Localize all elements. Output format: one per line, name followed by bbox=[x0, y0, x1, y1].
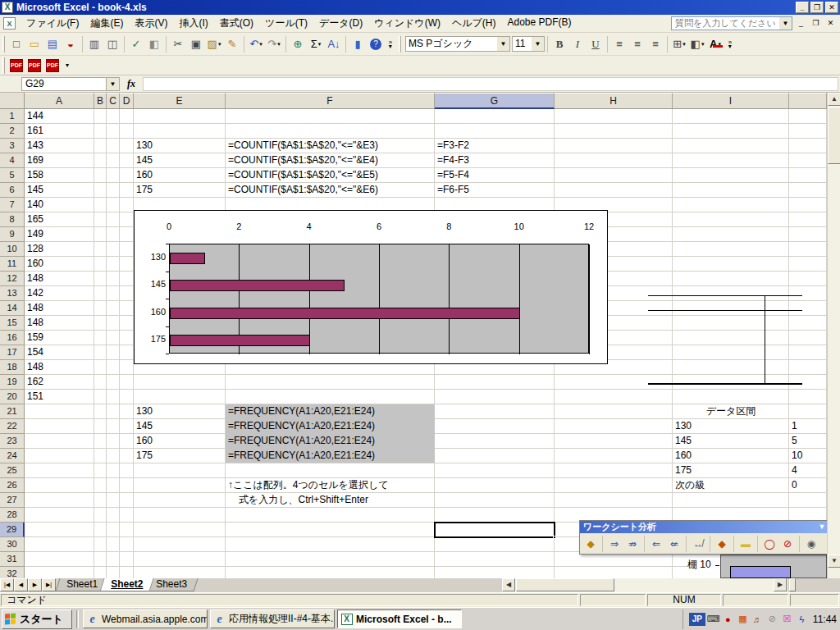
scroll-up-button[interactable]: ▲ bbox=[828, 93, 840, 106]
clear-validation-circles-button[interactable]: ⊘ bbox=[778, 535, 797, 553]
align-left-button[interactable]: ≡ bbox=[610, 35, 628, 53]
messenger-tray-icon[interactable]: ϟ bbox=[795, 613, 809, 626]
doc-close-button[interactable]: ✕ bbox=[824, 18, 837, 29]
trace-dependents-button[interactable]: ⇐ bbox=[647, 535, 665, 553]
menu-tools[interactable]: ツール(T) bbox=[259, 14, 313, 33]
keyboard-tray-icon[interactable]: ⌨ bbox=[706, 613, 720, 626]
hyperlink-button[interactable]: ⊕ bbox=[289, 35, 307, 53]
row-header-20[interactable]: 20 bbox=[0, 390, 25, 404]
minimize-button[interactable]: _ bbox=[796, 2, 809, 13]
tab-nav-next-button[interactable]: ▶ bbox=[28, 578, 42, 591]
menu-window[interactable]: ウィンドウ(W) bbox=[368, 14, 446, 33]
row-header-6[interactable]: 6 bbox=[0, 183, 25, 198]
name-box-dropdown-icon[interactable]: ▼ bbox=[107, 77, 120, 91]
row-header-9[interactable]: 9 bbox=[0, 227, 25, 242]
volume-tray-icon[interactable]: ♬ bbox=[751, 613, 765, 626]
column-header-partial[interactable] bbox=[789, 93, 827, 109]
help-button[interactable]: ? bbox=[367, 35, 385, 53]
error-check-button[interactable]: ◆ bbox=[713, 535, 731, 553]
cell-J23[interactable]: 5 bbox=[789, 434, 827, 449]
pdf-toolbar-chevron[interactable]: ▾ bbox=[62, 57, 73, 75]
cell-G4[interactable]: =F4-F3 bbox=[435, 153, 678, 168]
trace-precedents-button[interactable]: ⇒ bbox=[605, 535, 623, 553]
scroll-down-button[interactable]: ▼ bbox=[828, 555, 840, 568]
italic-button[interactable]: I bbox=[568, 35, 587, 53]
research-button[interactable]: ◧ bbox=[145, 35, 163, 53]
cell-J25[interactable]: 4 bbox=[789, 463, 827, 478]
taskbar-task-2[interactable]: e応用情報処理II-#4-基本... bbox=[210, 609, 335, 628]
scroll-left-button[interactable]: ◀ bbox=[502, 578, 515, 591]
insert-function-button[interactable]: fx bbox=[120, 78, 143, 90]
chart-bar-175[interactable] bbox=[170, 335, 310, 346]
vertical-scrollbar[interactable]: ▲ ▼ bbox=[827, 93, 840, 578]
select-all-corner[interactable] bbox=[0, 93, 25, 109]
print-preview-button[interactable]: ◫ bbox=[103, 35, 121, 53]
row-header-2[interactable]: 2 bbox=[0, 124, 25, 139]
horizontal-scrollbar[interactable]: ◀ ▶ bbox=[502, 578, 788, 592]
display-squares-tray-icon[interactable]: ▦ bbox=[736, 613, 750, 626]
cell-F27[interactable]: 式を入力し、Ctrl+Shift+Enter bbox=[226, 493, 558, 508]
chart-bar-130[interactable] bbox=[170, 253, 205, 264]
row-header-10[interactable]: 10 bbox=[0, 242, 25, 257]
cell-F22[interactable]: =FREQUENCY(A1:A20,E21:E24) bbox=[226, 419, 558, 434]
menu-format[interactable]: 書式(O) bbox=[214, 14, 259, 33]
scroll-right-button[interactable]: ▶ bbox=[774, 578, 787, 591]
font-name-dropdown-icon[interactable]: ▼ bbox=[497, 37, 509, 51]
row-header-8[interactable]: 8 bbox=[0, 212, 25, 227]
row-header-3[interactable]: 3 bbox=[0, 139, 25, 153]
close-button[interactable]: ✕ bbox=[825, 2, 838, 13]
chart-bar-160[interactable] bbox=[170, 308, 520, 319]
cell-G5[interactable]: =F5-F4 bbox=[435, 168, 678, 183]
toolbar-options-chevron[interactable]: »▾ bbox=[385, 35, 396, 53]
paste-dropdown-icon[interactable]: ▾ bbox=[218, 41, 221, 48]
print-button[interactable]: ▥ bbox=[85, 35, 103, 53]
formatting-options-chevron[interactable]: »▾ bbox=[724, 35, 736, 53]
paste-button[interactable]: ▨▾ bbox=[205, 35, 223, 53]
column-header-E[interactable]: E bbox=[134, 93, 226, 109]
toolbar-grip-2[interactable] bbox=[399, 36, 401, 52]
undo-dropdown-icon[interactable]: ▾ bbox=[259, 41, 262, 48]
autosum-dropdown-icon[interactable]: ▾ bbox=[318, 41, 322, 48]
cell-J24[interactable]: 10 bbox=[789, 449, 827, 463]
cell-F23[interactable]: =FREQUENCY(A1:A20,E21:E24) bbox=[226, 434, 558, 449]
row-header-21[interactable]: 21 bbox=[0, 404, 25, 419]
row-header-18[interactable]: 18 bbox=[0, 360, 25, 375]
column-header-F[interactable]: F bbox=[226, 93, 435, 109]
tab-split-handle[interactable] bbox=[789, 578, 796, 591]
row-header-32[interactable]: 32 bbox=[0, 567, 25, 578]
format-painter-button[interactable]: ✎ bbox=[223, 35, 241, 53]
column-header-H[interactable]: H bbox=[555, 93, 673, 109]
pdf-toolbar-grip[interactable] bbox=[2, 57, 5, 74]
menu-view[interactable]: 表示(V) bbox=[129, 14, 173, 33]
tab-nav-prev-button[interactable]: ◀ bbox=[14, 578, 28, 591]
circle-invalid-data-button[interactable]: ◯ bbox=[760, 535, 778, 553]
autosum-button[interactable]: Σ▾ bbox=[307, 35, 325, 53]
align-center-button[interactable]: ≡ bbox=[628, 35, 646, 53]
save-button[interactable]: ▤ bbox=[43, 35, 62, 53]
menu-data[interactable]: データ(D) bbox=[313, 14, 368, 33]
align-right-button[interactable]: ≡ bbox=[646, 35, 664, 53]
cell-F24[interactable]: =FREQUENCY(A1:A20,E21:E24) bbox=[226, 449, 558, 463]
ime-language-tray-icon[interactable]: JP bbox=[689, 613, 705, 626]
fill-color-button[interactable]: ◧▾ bbox=[688, 35, 706, 53]
fill-color-dropdown-icon[interactable]: ▾ bbox=[701, 41, 705, 48]
sort-ascending-button[interactable]: A↓ bbox=[325, 35, 343, 53]
cell-A19[interactable]: 162 bbox=[25, 375, 217, 390]
column-header-A[interactable]: A bbox=[25, 93, 94, 109]
redo-button[interactable]: ↷▾ bbox=[265, 35, 283, 53]
restore-button[interactable]: ❐ bbox=[810, 2, 824, 13]
tab-nav-first-button[interactable]: |◀ bbox=[0, 578, 14, 591]
horizontal-scroll-thumb[interactable] bbox=[516, 578, 614, 591]
row-header-13[interactable]: 13 bbox=[0, 286, 25, 301]
pink-close-tray-icon[interactable]: ☒ bbox=[780, 613, 794, 626]
menu-file[interactable]: ファイル(F) bbox=[21, 14, 84, 33]
row-header-31[interactable]: 31 bbox=[0, 552, 25, 567]
copy-button[interactable]: ▣ bbox=[187, 35, 205, 53]
column-header-I[interactable]: I bbox=[673, 93, 789, 109]
toolbar-dropdown-icon[interactable]: ▼ bbox=[816, 521, 828, 533]
cell-A1[interactable]: 144 bbox=[25, 109, 217, 124]
column-header-C[interactable]: C bbox=[107, 93, 120, 109]
worksheet-analysis-toolbar[interactable]: ワークシート分析 ▼ ✕ ◆⇒⇏⇐⇍↮◆▬◯⊘◉ƒ bbox=[579, 520, 840, 555]
start-button[interactable]: スタート bbox=[2, 609, 72, 629]
column-header-G[interactable]: G bbox=[435, 93, 555, 109]
